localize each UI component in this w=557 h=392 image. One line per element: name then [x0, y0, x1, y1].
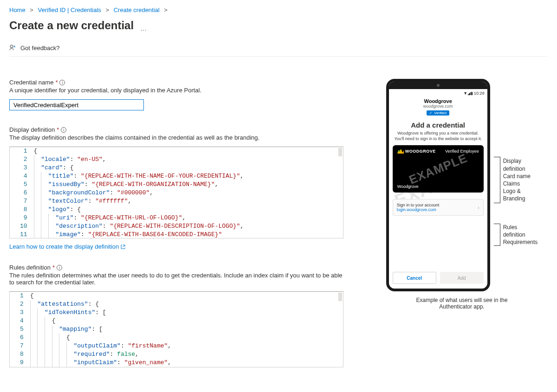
info-icon[interactable]: i [61, 127, 66, 133]
phone-title: Add a credential [394, 121, 483, 129]
feedback-icon [9, 44, 17, 51]
woodgrove-logo-icon [397, 149, 404, 154]
phone-cancel-button[interactable]: Cancel [393, 272, 436, 284]
rules-definition-editor[interactable]: 123456789 { "attestations": { "idTokenHi… [9, 291, 343, 367]
external-link-icon [121, 244, 125, 249]
phone-add-button[interactable]: Add [440, 272, 484, 284]
more-actions-button[interactable]: … [140, 25, 147, 32]
card-type: Verified Employee [445, 149, 479, 154]
breadcrumb-verified-id[interactable]: Verified ID | Credentials [38, 6, 101, 13]
required-indicator: * [52, 264, 55, 271]
display-definition-group: Display definition * i The display defin… [9, 126, 343, 250]
required-indicator: * [55, 79, 58, 86]
info-icon[interactable]: i [57, 265, 62, 270]
rules-definition-group: Rules definition * i The rules definitio… [9, 264, 343, 367]
credential-name-input[interactable] [9, 99, 144, 110]
signin-row[interactable]: Sign in to your account login.woodgrove.… [393, 199, 484, 216]
chevron-right-icon: > [106, 6, 110, 13]
info-icon[interactable]: i [59, 80, 65, 85]
minimap [338, 293, 342, 301]
breadcrumb-create-credential[interactable]: Create credential [114, 6, 160, 13]
verified-badge: ✓Verified [427, 110, 449, 116]
annotations: DisplaydefinitionCard nameClaimsLogo &Br… [494, 79, 538, 291]
chevron-right-icon: > [30, 6, 33, 13]
breadcrumb-home[interactable]: Home [9, 6, 26, 13]
credential-name-group: Credential name * i A unique identifier … [9, 79, 343, 110]
display-definition-editor[interactable]: 1234567891011 { "locale": "en-US", "card… [9, 147, 343, 238]
phone-domain: woodgrove.com [389, 104, 487, 109]
display-definition-label: Display definition [9, 126, 55, 133]
minimap [338, 148, 342, 156]
learn-display-definition-link[interactable]: Learn how to create the display definiti… [9, 243, 125, 250]
display-definition-help: The display definition describes the cla… [9, 134, 343, 141]
svg-point-0 [10, 45, 13, 48]
chevron-right-icon: > [164, 6, 168, 13]
credential-name-label: Credential name [9, 79, 53, 86]
toolbar: Got feedback? [9, 39, 548, 57]
credential-card-preview: EXAMPLE WOODGROVE Verified Employee Wood… [393, 145, 484, 193]
phone-brand: Woodgrove [389, 98, 487, 104]
phone-description: Woodgrove is offering you a new credenti… [394, 131, 483, 141]
preview-caption: Example of what users will see in the Au… [410, 297, 514, 310]
page-title: Create a new credential [9, 19, 134, 32]
feedback-link[interactable]: Got feedback? [20, 45, 60, 51]
required-indicator: * [57, 126, 59, 133]
chevron-right-icon: › [478, 205, 479, 210]
rules-definition-help: The rules definition determines what the… [9, 272, 343, 286]
card-issuer: Woodgrove [397, 184, 419, 189]
phone-preview: EXAMPLE ▼◢▮ 10:28 Woodgrove woodgrove.co… [386, 79, 490, 291]
breadcrumb: Home > Verified ID | Credentials > Creat… [9, 0, 548, 17]
rules-definition-label: Rules definition [9, 264, 51, 271]
credential-name-help: A unique identifier for your credential,… [9, 87, 343, 94]
phone-statusbar: ▼◢▮ 10:28 [389, 89, 487, 97]
